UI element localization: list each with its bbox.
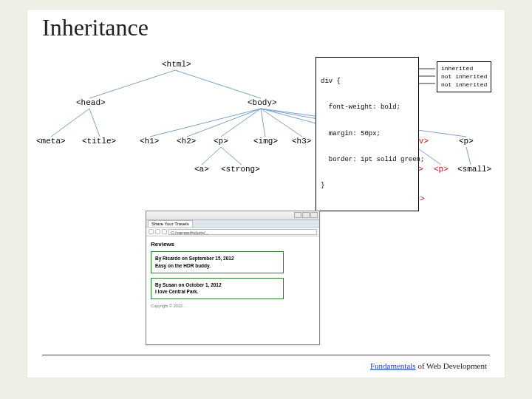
- browser-urlbar: C:/xampp/htdocs/...: [146, 228, 319, 236]
- svg-line-5: [187, 109, 261, 137]
- css-code-box: div { font-weight: bold; margin: 50px; b…: [316, 57, 419, 211]
- css-line-5: }: [321, 182, 414, 191]
- svg-line-3: [89, 109, 100, 137]
- review2-line2: I love Central Park.: [155, 288, 279, 296]
- inheritance-labels: inherited not inherited not inherited: [437, 61, 491, 92]
- css-line-4: border: 1pt solid green;: [321, 156, 414, 165]
- browser-content: Reviews By Ricardo on September 15, 2012…: [146, 236, 319, 313]
- back-icon: [149, 229, 154, 234]
- review-box-2: By Susan on October 1, 2012 I love Centr…: [151, 278, 284, 300]
- review2-line1: By Susan on October 1, 2012: [155, 282, 279, 289]
- slide: Inheritance: [27, 9, 505, 378]
- page-heading: Reviews: [151, 241, 315, 248]
- svg-line-2: [51, 109, 89, 137]
- browser-tabbar: Share Your Travels: [146, 220, 319, 228]
- reload-icon: [162, 229, 167, 234]
- svg-line-7: [261, 109, 265, 137]
- footer-underlined: Fundamentals: [370, 361, 416, 370]
- window-buttons: [294, 212, 318, 218]
- browser-tab: Share Your Travels: [148, 220, 193, 227]
- address-field: C:/xampp/htdocs/...: [168, 229, 317, 235]
- svg-line-4: [150, 109, 261, 137]
- page-caption: Copyright © 2013 ...: [151, 304, 315, 308]
- forward-icon: [155, 229, 160, 234]
- svg-line-12: [202, 147, 221, 165]
- browser-screenshot: Share Your Travels C:/xampp/htdocs/... R…: [146, 211, 320, 345]
- svg-line-18: [466, 147, 471, 165]
- review-box-1: By Ricardo on September 15, 2012 Easy on…: [151, 251, 284, 273]
- footer-rest: of Web Development: [416, 361, 487, 370]
- footer-rule: [42, 355, 490, 355]
- css-line-1: div {: [321, 78, 414, 86]
- svg-line-8: [261, 109, 302, 137]
- label-inherited: inherited: [441, 64, 487, 72]
- browser-titlebar: [146, 211, 319, 220]
- css-line-2: font-weight: bold;: [321, 103, 414, 112]
- footer-text: Fundamentals of Web Development: [370, 361, 487, 370]
- svg-line-1: [175, 70, 261, 98]
- label-not-inherited-1: not inherited: [441, 72, 487, 81]
- css-line-3: margin: 50px;: [321, 130, 414, 139]
- svg-line-13: [221, 147, 242, 165]
- label-not-inherited-2: not inherited: [441, 81, 487, 89]
- review1-line1: By Ricardo on September 15, 2012: [155, 255, 279, 262]
- review1-line2: Easy on the HDR buddy.: [155, 262, 279, 270]
- svg-line-0: [89, 70, 175, 98]
- svg-line-6: [221, 109, 261, 137]
